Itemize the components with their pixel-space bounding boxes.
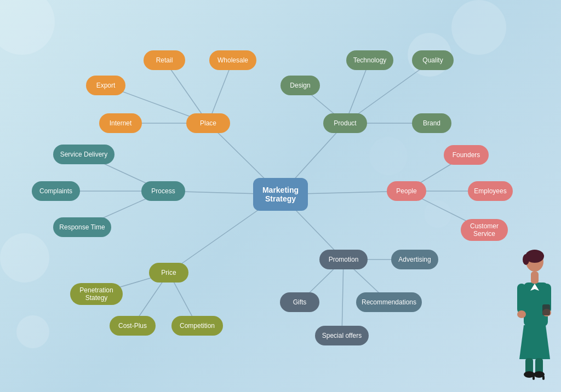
node-people[interactable]: People bbox=[387, 181, 426, 201]
node-complaints[interactable]: Complaints bbox=[32, 181, 80, 201]
mind-map: Marketing StrategyPlaceRetailWholesaleEx… bbox=[0, 0, 561, 392]
node-penetration[interactable]: Penetration Stategy bbox=[70, 283, 123, 305]
node-cost_plus[interactable]: Cost-Plus bbox=[110, 316, 156, 336]
node-customer_service[interactable]: Customer Service bbox=[461, 219, 508, 241]
node-founders[interactable]: Founders bbox=[444, 145, 489, 165]
node-employees[interactable]: Employees bbox=[468, 181, 513, 201]
node-retail[interactable]: Retail bbox=[144, 50, 185, 70]
node-technology[interactable]: Technology bbox=[346, 50, 393, 70]
node-response_time[interactable]: Response Time bbox=[53, 217, 111, 237]
node-competition[interactable]: Competition bbox=[171, 316, 223, 336]
node-advertising[interactable]: Advertising bbox=[391, 250, 438, 269]
svg-rect-43 bbox=[533, 376, 535, 380]
center-node[interactable]: Marketing Strategy bbox=[253, 178, 308, 211]
svg-rect-32 bbox=[517, 284, 526, 314]
node-product[interactable]: Product bbox=[323, 113, 367, 133]
svg-line-26 bbox=[342, 260, 344, 336]
node-gifts[interactable]: Gifts bbox=[280, 292, 319, 312]
node-wholesale[interactable]: Wholesale bbox=[209, 50, 256, 70]
svg-marker-38 bbox=[519, 325, 550, 359]
node-place[interactable]: Place bbox=[186, 113, 230, 133]
node-brand[interactable]: Brand bbox=[412, 113, 451, 133]
node-recommendations[interactable]: Recommendations bbox=[356, 292, 422, 312]
node-export[interactable]: Export bbox=[86, 76, 125, 95]
svg-rect-37 bbox=[531, 272, 539, 284]
node-price[interactable]: Price bbox=[149, 263, 188, 283]
svg-rect-44 bbox=[542, 376, 545, 380]
node-service_delivery[interactable]: Service Delivery bbox=[53, 145, 115, 164]
node-promotion[interactable]: Promotion bbox=[319, 250, 368, 269]
svg-rect-36 bbox=[542, 304, 550, 315]
node-quality[interactable]: Quality bbox=[412, 50, 454, 70]
person-illustration bbox=[512, 250, 556, 381]
svg-point-34 bbox=[517, 310, 526, 318]
node-design[interactable]: Design bbox=[280, 76, 320, 95]
node-internet[interactable]: Internet bbox=[99, 113, 142, 133]
svg-point-29 bbox=[523, 254, 529, 265]
node-special_offers[interactable]: Special offers bbox=[315, 326, 369, 345]
node-process[interactable]: Process bbox=[141, 181, 185, 201]
